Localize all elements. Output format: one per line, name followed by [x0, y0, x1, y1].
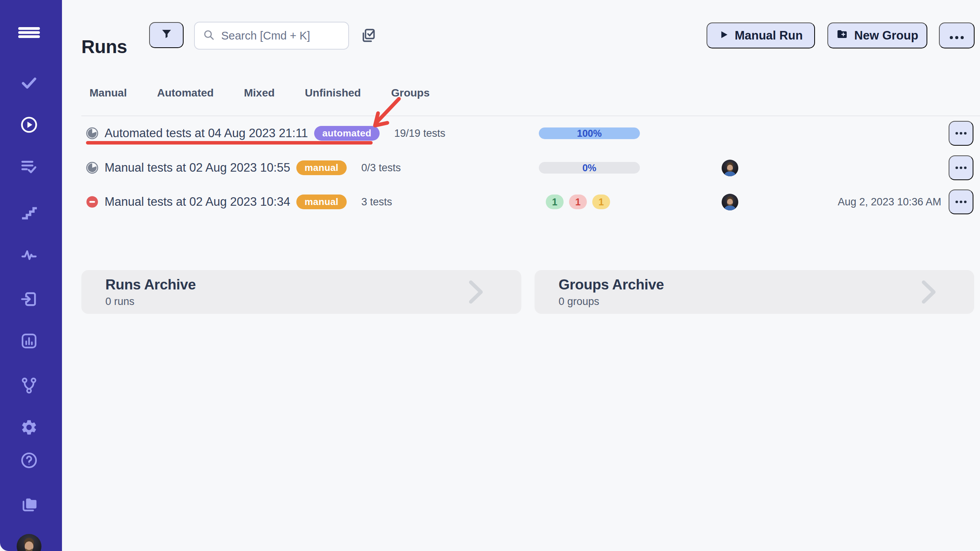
archive-title: Runs Archive [105, 277, 521, 293]
chevron-right-icon [921, 279, 937, 305]
new-group-button[interactable]: New Group [827, 22, 927, 48]
search-icon [203, 29, 215, 43]
run-title[interactable]: Automated tests at 04 Aug 2023 21:11 [105, 126, 308, 140]
run-row: Manual tests at 02 Aug 2023 10:34 manual… [0, 185, 980, 219]
multi-select-icon[interactable] [359, 27, 377, 44]
run-type-badge: manual [296, 195, 347, 209]
annotation-arrow [360, 93, 411, 136]
progress-bar: 0% [539, 162, 640, 174]
archive-subtitle: 0 runs [105, 296, 521, 308]
assignee-avatar[interactable] [722, 194, 738, 210]
funnel-icon [161, 28, 172, 43]
count-badge-red: 1 [569, 195, 587, 209]
archive-subtitle: 0 groups [559, 296, 974, 308]
header-more-button[interactable] [939, 22, 975, 48]
tab-automated[interactable]: Automated [157, 87, 213, 99]
progress-label: 100% [539, 127, 640, 139]
sidebar [0, 0, 62, 551]
manual-run-label: Manual Run [735, 29, 803, 43]
count-badge-yellow: 1 [592, 195, 610, 209]
check-icon[interactable] [20, 74, 38, 91]
menu-icon[interactable] [18, 27, 40, 38]
filter-button[interactable] [149, 22, 184, 48]
tests-summary: 3 tests [361, 196, 392, 208]
search-box [194, 22, 349, 50]
bar-chart-icon[interactable] [20, 332, 38, 350]
tab-unfinished[interactable]: Unfinished [305, 87, 361, 99]
run-row: Automated tests at 04 Aug 2023 21:11 aut… [0, 116, 980, 150]
progress-label: 0% [539, 162, 640, 174]
run-title[interactable]: Manual tests at 02 Aug 2023 10:34 [105, 195, 290, 209]
tests-summary: 0/3 tests [361, 162, 401, 174]
folder-plus-icon [836, 28, 848, 43]
row-more-button[interactable] [949, 189, 973, 214]
annotation-underline [86, 141, 373, 145]
ellipsis-icon [949, 29, 964, 43]
run-status-pie-icon [86, 162, 98, 174]
tab-mixed[interactable]: Mixed [244, 87, 275, 99]
import-icon[interactable] [20, 290, 38, 308]
gear-icon[interactable] [20, 418, 38, 436]
row-more-button[interactable] [949, 155, 973, 180]
pulse-icon[interactable] [20, 246, 38, 264]
search-input[interactable] [220, 29, 368, 43]
runs-archive-card[interactable]: Runs Archive 0 runs [81, 270, 521, 314]
app-window: Runs Manual Run New Group Manual Automat [0, 0, 980, 551]
run-row: Manual tests at 02 Aug 2023 10:55 manual… [0, 151, 980, 185]
row-more-button[interactable] [949, 121, 973, 146]
archive-title: Groups Archive [559, 277, 974, 293]
count-badge-green: 1 [546, 195, 564, 209]
run-title[interactable]: Manual tests at 02 Aug 2023 10:55 [105, 161, 290, 175]
page-title: Runs [81, 36, 127, 58]
run-type-badge: manual [296, 160, 347, 175]
manual-run-button[interactable]: Manual Run [707, 22, 815, 48]
new-group-label: New Group [854, 29, 918, 43]
folders-icon[interactable] [20, 496, 38, 513]
progress-bar: 100% [539, 127, 640, 139]
result-counts: 1 1 1 [546, 195, 610, 209]
help-icon[interactable] [20, 451, 38, 469]
blocked-status-icon [86, 196, 98, 208]
play-icon [719, 29, 729, 43]
tab-manual[interactable]: Manual [89, 87, 127, 99]
run-status-pie-icon [86, 127, 98, 139]
groups-archive-card[interactable]: Groups Archive 0 groups [535, 270, 974, 314]
finished-at: Aug 2, 2023 10:36 AM [838, 196, 941, 208]
assignee-avatar[interactable] [722, 160, 738, 176]
branch-icon[interactable] [20, 377, 38, 394]
chevron-right-icon [468, 279, 484, 305]
user-avatar[interactable] [17, 534, 41, 551]
